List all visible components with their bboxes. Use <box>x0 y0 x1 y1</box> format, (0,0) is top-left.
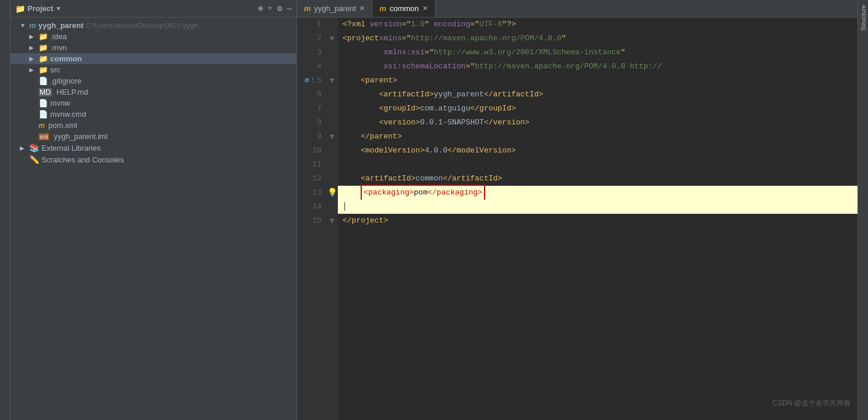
minimize-icon[interactable]: — <box>287 4 292 13</box>
code-line-9: </parent> <box>338 130 857 144</box>
code-line-10: <modelVersion>4.0.0</modelVersion> <box>338 144 857 158</box>
root-label: yygh_parent <box>39 21 84 30</box>
tab-bar: m yygh_parent ✕ m common ✕ <box>297 0 857 18</box>
ln-7: 7 <box>297 102 326 116</box>
ln-15: 15 <box>297 214 326 228</box>
gutter-13: 💡 <box>326 186 338 200</box>
pomxml-icon: m <box>39 122 45 130</box>
tree-item-common[interactable]: ▶ 📁 common <box>11 53 296 64</box>
ext-arrow[interactable]: ▶ <box>20 145 29 151</box>
common-label: common <box>50 54 82 63</box>
tab-common[interactable]: m common ✕ <box>372 0 435 17</box>
gutter-10 <box>326 144 338 158</box>
ln-9: 9 <box>297 130 326 144</box>
gutter-6 <box>326 88 338 102</box>
idea-folder-icon: 📁 <box>39 32 48 41</box>
tree-item-ext-libraries[interactable]: ▶ 📚 External Libraries <box>11 142 296 154</box>
code-area[interactable]: <?xml version="1.0" encoding="UTF-8"?> <… <box>338 18 857 420</box>
code-1-attr1: version <box>370 18 402 32</box>
structure-label[interactable]: Structure <box>859 0 868 36</box>
code-line-14[interactable]: │ <box>338 200 857 214</box>
code-line-2: <project xmlns="http://maven.apache.org/… <box>338 32 857 46</box>
tab-yygh-parent[interactable]: m yygh_parent ✕ <box>297 0 372 17</box>
gitignore-label: .gitignore <box>50 77 81 85</box>
code-line-5: <parent> <box>338 74 857 88</box>
project-panel: 📁 Project ▼ ⊕ ÷ ⚙ — ▼ m yygh_parent C:\U… <box>11 0 297 420</box>
panel-dropdown-arrow[interactable]: ▼ <box>56 5 61 12</box>
ln-12: 12 <box>297 172 326 186</box>
ln-10: 10 <box>297 144 326 158</box>
tree-item-yyghiml[interactable]: iml yygh_parent.iml <box>11 131 296 142</box>
ln-4: 4 <box>297 60 326 74</box>
mvn-arrow[interactable]: ▶ <box>29 44 39 51</box>
tree-item-mvnwcmd[interactable]: 📄 mvnw.cmd <box>11 109 296 120</box>
folder-icon: 📁 <box>15 4 25 13</box>
highlighted-box: <packaging>pom</packaging> <box>361 185 485 201</box>
editor-content[interactable]: 1 2 3 4 m ↑ 5 6 7 8 9 10 11 12 13 14 15 … <box>297 18 857 420</box>
code-line-11 <box>338 158 857 172</box>
code-line-1: <?xml version="1.0" encoding="UTF-8"?> <box>338 18 857 32</box>
mvnw-label: mvnw <box>50 99 70 107</box>
cursor-pos: │ <box>343 200 347 214</box>
code-1-content: <?xml <box>343 18 370 32</box>
gutter-1 <box>326 18 338 32</box>
panel-header: 📁 Project ▼ ⊕ ÷ ⚙ — <box>11 0 296 18</box>
code-line-12: <artifactId>common</artifactId> <box>338 172 857 186</box>
gutter-15[interactable]: ▽ <box>326 214 338 228</box>
gutter-5[interactable]: ▽ <box>326 74 338 88</box>
scratches-label: Scratches and Consoles <box>42 155 124 164</box>
ln-5: m ↑ 5 <box>297 74 326 88</box>
src-arrow[interactable]: ▶ <box>29 67 39 73</box>
idea-arrow[interactable]: ▶ <box>29 33 39 40</box>
tree-item-help[interactable]: MD HELP.md <box>11 86 296 98</box>
common-arrow[interactable]: ▶ <box>29 55 39 62</box>
fold-gutter: ▽ ▽ ▽ 💡 ▽ <box>326 18 338 420</box>
ln-1: 1 <box>297 18 326 32</box>
tree-root[interactable]: ▼ m yygh_parent C:\Users\lenovo\Desktop\… <box>11 20 296 31</box>
tree-item-scratches[interactable]: ▶ ✏️ Scratches and Consoles <box>11 154 296 165</box>
editor-area: m yygh_parent ✕ m common ✕ 1 2 3 4 m ↑ 5… <box>297 0 857 420</box>
tree-item-mvn[interactable]: ▶ 📁 .mvn <box>11 42 296 53</box>
pomxml-label: pom.xml <box>49 121 77 130</box>
panel-title-text: Project <box>27 4 53 13</box>
help-icon: MD <box>39 88 52 96</box>
gutter-12 <box>326 172 338 186</box>
code-line-15: </project> <box>338 214 857 228</box>
sync-icon[interactable]: ⊕ <box>258 4 262 13</box>
ext-lib-label: External Libraries <box>42 144 101 152</box>
common-tab-label: common <box>390 4 419 13</box>
file-tree: ▼ m yygh_parent C:\Users\lenovo\Desktop\… <box>11 18 296 420</box>
mvnw-icon: 📄 <box>39 99 48 107</box>
code-line-6: <artifactId>yygh_parent</artifactId> <box>338 88 857 102</box>
common-folder-icon: 📁 <box>39 54 48 63</box>
panel-icons: ⊕ ÷ ⚙ — <box>258 4 292 13</box>
tree-item-mvnw[interactable]: 📄 mvnw <box>11 98 296 109</box>
code-line-13: <packaging>pom</packaging> <box>338 186 857 200</box>
tree-item-gitignore[interactable]: 📄 .gitignore <box>11 75 296 86</box>
tree-item-src[interactable]: ▶ 📁 src <box>11 64 296 75</box>
yygh-tab-close[interactable]: ✕ <box>359 5 365 12</box>
code-line-3: xmlns:xsi="http://www.w3.org/2001/XMLSch… <box>338 46 857 60</box>
ln-8: 8 <box>297 116 326 130</box>
ln-14: 14 <box>297 200 326 214</box>
code-line-4: xsi:schemaLocation="http://maven.apache.… <box>338 60 857 74</box>
yyghiml-icon: iml <box>39 133 49 140</box>
mvn-label: .mvn <box>50 43 67 52</box>
src-folder-icon: 📁 <box>39 65 48 74</box>
common-tab-icon: m <box>379 4 386 13</box>
tree-item-pomxml[interactable]: m pom.xml <box>11 120 296 131</box>
mvnwcmd-icon: 📄 <box>39 110 48 119</box>
gutter-7 <box>326 102 338 116</box>
gutter-9[interactable]: ▽ <box>326 130 338 144</box>
yygh-tab-label: yygh_parent <box>314 4 357 13</box>
collapse-icon[interactable]: ÷ <box>268 4 272 13</box>
src-label: src <box>50 65 60 74</box>
ln-6: 6 <box>297 88 326 102</box>
root-arrow[interactable]: ▼ <box>20 22 29 29</box>
common-tab-close[interactable]: ✕ <box>423 5 428 12</box>
tree-item-idea[interactable]: ▶ 📁 .idea <box>11 31 296 42</box>
settings-icon[interactable]: ⚙ <box>277 4 282 13</box>
gutter-2[interactable]: ▽ <box>326 32 338 46</box>
panel-title[interactable]: 📁 Project ▼ <box>15 4 61 13</box>
help-label: HELP.md <box>57 88 88 96</box>
